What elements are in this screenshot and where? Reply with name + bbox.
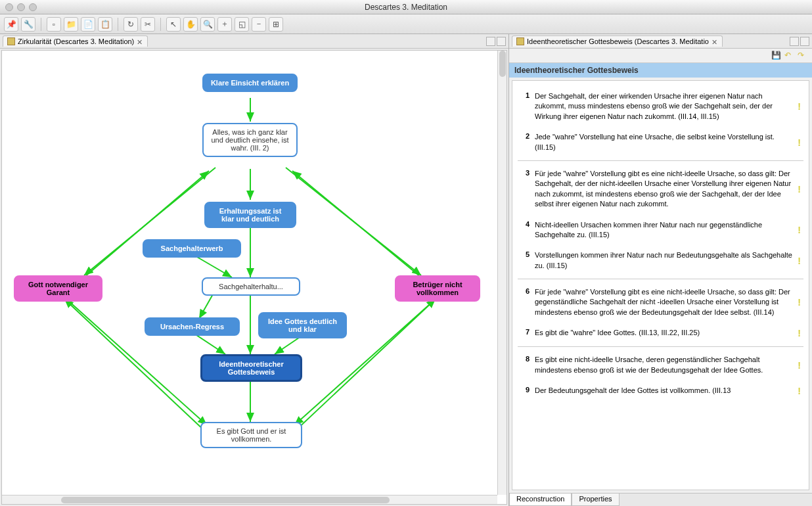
- right-toolbar: 💾 ↶ ↷: [509, 49, 812, 63]
- minimize-view[interactable]: [790, 37, 799, 46]
- pin-icon[interactable]: 📌: [4, 17, 18, 32]
- right-tabbar: Ideentheoretischer Gottesbeweis (Descart…: [509, 34, 812, 49]
- cut-icon[interactable]: ✂: [141, 17, 155, 32]
- step-number: 5: [520, 250, 530, 271]
- window-controls: [5, 3, 37, 11]
- warning-icon: !: [798, 328, 801, 338]
- step-item[interactable]: 8Es gibt eine nicht-ideelle Ursache, der…: [518, 350, 803, 380]
- scroll-thumb[interactable]: [61, 497, 390, 503]
- hand-icon[interactable]: ✋: [183, 17, 198, 32]
- warning-icon: !: [798, 360, 801, 371]
- separator: [118, 18, 118, 31]
- window-title: Descartes 3. Meditation: [5, 3, 807, 12]
- warning-icon: !: [798, 386, 801, 396]
- step-item[interactable]: 2Jede "wahre" Vorstellung hat eine Ursac…: [518, 127, 803, 161]
- step-item[interactable]: 3Für jede "wahre" Vorstellung gibt es ei…: [518, 164, 803, 215]
- doc1-icon[interactable]: 📄: [81, 17, 95, 32]
- diagram-canvas[interactable]: Klare Einsicht erklären Alles, was ich g…: [1, 50, 507, 505]
- node-gott-vollkommen[interactable]: Es gibt Gott und er ist vollkommen.: [200, 422, 302, 448]
- redo-icon[interactable]: ↷: [798, 51, 808, 61]
- tab-properties[interactable]: Properties: [572, 494, 619, 506]
- svg-line-3: [192, 254, 232, 277]
- warning-icon: !: [798, 225, 801, 235]
- step-text: Für jede "wahre" Vorstellung gibt es ein…: [535, 287, 792, 317]
- step-text: Für jede "wahre" Vorstellung gibt es ein…: [535, 169, 792, 210]
- tab-controls: [486, 37, 506, 46]
- titlebar: Descartes 3. Meditation: [0, 0, 812, 14]
- tab-gottesbeweis[interactable]: Ideentheoretischer Gottesbeweis (Descart…: [512, 35, 723, 47]
- step-text: Es gibt eine nicht-ideelle Ursache, dere…: [535, 355, 792, 375]
- step-item[interactable]: 7Es gibt die "wahre" Idee Gottes. (III.1…: [518, 323, 803, 347]
- zoom-fit-icon[interactable]: ◱: [235, 17, 249, 32]
- warning-icon: !: [798, 184, 801, 195]
- nav-icon[interactable]: ▫: [47, 17, 61, 32]
- right-panel: Ideentheoretischer Gottesbeweis (Descart…: [509, 34, 812, 506]
- zoom-window[interactable]: [29, 3, 37, 11]
- tab-label: Zirkularität (Descartes 3. Meditation): [18, 37, 134, 45]
- refresh-icon[interactable]: ↻: [124, 17, 138, 32]
- svg-line-14: [84, 171, 209, 277]
- zoom-sel-icon[interactable]: 🔍: [200, 17, 215, 32]
- step-item[interactable]: 9Der Bedeutungsgehalt der Idee Gottes is…: [518, 380, 803, 402]
- step-number: 7: [520, 328, 530, 338]
- app-window: Descartes 3. Meditation 📌 🔧 ▫ 📁 📄 📋 ↻ ✂ …: [0, 0, 812, 506]
- steps-list[interactable]: 1Der Sachgehalt, der einer wirkenden Urs…: [512, 80, 809, 490]
- warning-icon: !: [798, 256, 801, 266]
- step-text: Nicht-ideellen Ursachen kommen ihrer Nat…: [535, 220, 792, 241]
- step-item[interactable]: 6Für jede "wahre" Vorstellung gibt es ei…: [518, 282, 803, 323]
- zoom-in-icon[interactable]: ＋: [217, 17, 232, 32]
- warning-icon: !: [798, 137, 801, 148]
- arrow-icon[interactable]: ↖: [166, 17, 181, 32]
- doc2-icon[interactable]: 📋: [98, 17, 112, 32]
- step-number: 1: [520, 91, 530, 122]
- step-item[interactable]: 5Vorstellungen kommen ihrer Natur nach n…: [518, 245, 803, 279]
- step-number: 6: [520, 287, 530, 317]
- close-icon[interactable]: ✕: [137, 38, 143, 45]
- left-tabbar: Zirkularität (Descartes 3. Meditation) ✕: [0, 34, 508, 49]
- step-text: Es gibt die "wahre" Idee Gottes. (III.13…: [535, 328, 792, 338]
- scroll-thumb[interactable]: [499, 51, 506, 77]
- node-sachgehalterwerb[interactable]: Sachgehalterwerb: [143, 239, 241, 258]
- minimize-view[interactable]: [486, 37, 495, 46]
- layout-icon[interactable]: ⊞: [269, 17, 283, 32]
- section-header: Ideentheoretischer Gottesbeweis: [509, 63, 812, 78]
- warning-icon: !: [798, 101, 801, 112]
- step-item[interactable]: 4Nicht-ideellen Ursachen kommen ihrer Na…: [518, 215, 803, 246]
- step-item[interactable]: 1Der Sachgehalt, der einer wirkenden Urs…: [518, 86, 803, 127]
- svg-line-8: [84, 168, 215, 275]
- svg-line-15: [292, 171, 421, 277]
- step-number: 3: [520, 169, 530, 210]
- node-idee-gottes[interactable]: Idee Gottes deutlich und klar: [258, 312, 347, 338]
- tab-controls: [790, 37, 809, 46]
- node-alles-wahr[interactable]: Alles, was ich ganz klar und deutlich ei…: [202, 123, 298, 157]
- maximize-view[interactable]: [497, 37, 506, 46]
- bottom-tabs: Reconstruction Properties: [509, 493, 812, 506]
- node-ursachen-regress[interactable]: Ursachen-Regress: [145, 317, 240, 336]
- tab-label: Ideentheoretischer Gottesbeweis (Descart…: [527, 37, 709, 45]
- node-gott-garant[interactable]: Gott notwendiger Garant: [14, 275, 102, 302]
- folder-icon[interactable]: 📁: [64, 17, 78, 32]
- node-betrueger[interactable]: Betrüger nicht vollkommen: [395, 275, 480, 302]
- left-panel: Zirkularität (Descartes 3. Meditation) ✕: [0, 34, 509, 506]
- node-erhaltungssatz[interactable]: Erhaltungssatz ist klar und deutlich: [204, 202, 296, 228]
- right-inner: 💾 ↶ ↷ Ideentheoretischer Gottesbeweis 1D…: [509, 49, 812, 506]
- tab-reconstruction[interactable]: Reconstruction: [509, 494, 572, 506]
- tab-zirkularitaet[interactable]: Zirkularität (Descartes 3. Meditation) ✕: [3, 35, 148, 47]
- undo-icon[interactable]: ↶: [784, 51, 795, 61]
- scrollbar-vertical[interactable]: [497, 51, 507, 495]
- wrench-icon[interactable]: 🔧: [21, 17, 35, 32]
- warning-icon: !: [798, 297, 801, 308]
- main-toolbar: 📌 🔧 ▫ 📁 📄 📋 ↻ ✂ ↖ ✋ 🔍 ＋ ◱ － ⊞: [0, 14, 812, 34]
- minimize-window[interactable]: [17, 3, 25, 11]
- step-number: 2: [520, 132, 530, 152]
- zoom-out-icon[interactable]: －: [252, 17, 266, 32]
- close-icon[interactable]: ✕: [711, 38, 718, 45]
- node-klare-einsicht[interactable]: Klare Einsicht erklären: [202, 74, 298, 92]
- node-sachgehalterhaltung[interactable]: Sachgehalterhaltu...: [202, 277, 300, 296]
- node-gottesbeweis[interactable]: Ideentheoretischer Gottesbeweis: [200, 354, 302, 382]
- maximize-view[interactable]: [800, 37, 809, 46]
- scrollbar-horizontal[interactable]: [2, 495, 497, 504]
- save-icon[interactable]: 💾: [771, 51, 782, 61]
- close-window[interactable]: [5, 3, 13, 11]
- step-text: Vorstellungen kommen ihrer Natur nach nu…: [535, 250, 792, 271]
